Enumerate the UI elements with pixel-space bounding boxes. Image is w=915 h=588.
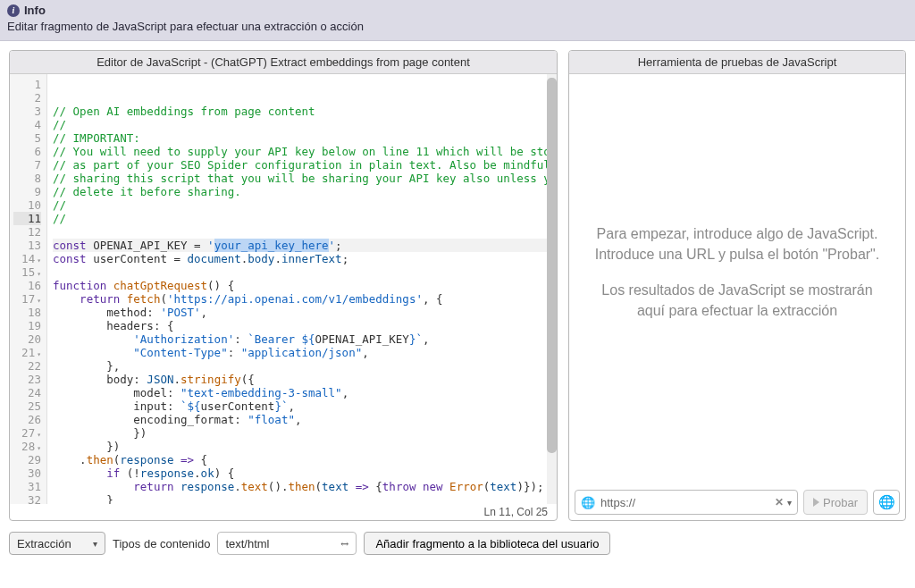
info-bar: i Info Editar fragmento de JavaScript pa… [0,0,915,41]
chevron-down-icon: ▾ [93,539,97,549]
code-area[interactable]: // Open AI embeddings from page content/… [47,74,557,504]
url-input-wrapper[interactable]: 🌐 ✕ ▾ [575,490,798,515]
tipos-label: Tipos de contenido [113,537,210,550]
info-description: Editar fragmento de JavaScript para efec… [7,20,908,33]
tester-placeholder: Para empezar, introduce algo de JavaScri… [569,74,905,484]
tester-placeholder-line3: Los resultados de JavaScript se mostrará… [601,282,872,298]
editor-body[interactable]: 1234567891011121314151617181920212223242… [10,74,557,504]
globe-icon: 🌐 [581,496,595,509]
extraccion-label: Extracción [17,537,71,550]
bottom-bar: Extracción ▾ Tipos de contenido text/htm… [0,526,915,562]
scrollbar-vertical[interactable] [547,74,557,504]
info-icon: i [7,4,20,17]
scrollbar-thumb[interactable] [547,78,557,453]
tester-header: Herramienta de pruebas de JavaScript [569,51,905,74]
tester-placeholder-line2: Introduce una URL y pulsa el botón "Prob… [595,247,880,262]
editor-header: Editor de JavaScript - (ChatGPT) Extract… [10,51,557,74]
probar-button[interactable]: Probar [803,490,868,515]
add-snippet-button[interactable]: Añadir fragmento a la biblioteca del usu… [364,532,610,555]
tester-placeholder-line4: aquí para efectuar la extracción [637,303,837,318]
globe-grid-icon: 🌐 [878,494,895,510]
play-icon [813,498,819,507]
chevron-down-icon[interactable]: ▾ [787,498,792,508]
editor-status: Ln 11, Col 25 [10,504,557,520]
editor-panel: Editor de JavaScript - (ChatGPT) Extract… [9,50,558,521]
content-type-value: text/html [225,537,269,550]
clear-icon[interactable]: ✕ [775,496,784,508]
probar-label: Probar [823,496,858,509]
tester-placeholder-line1: Para empezar, introduce algo de JavaScri… [597,226,878,241]
tester-footer: 🌐 ✕ ▾ Probar 🌐 [569,484,905,520]
url-input[interactable] [600,496,771,509]
main-area: Editor de JavaScript - (ChatGPT) Extract… [0,41,915,526]
content-type-input[interactable]: text/html ⤢ [217,532,357,555]
expand-icon[interactable]: ⤢ [338,536,352,550]
browser-settings-button[interactable]: 🌐 [873,490,900,515]
info-title: Info [24,4,46,17]
editor-gutter[interactable]: 1234567891011121314151617181920212223242… [10,74,47,504]
info-title-row: i Info [7,4,908,17]
extraccion-dropdown[interactable]: Extracción ▾ [9,532,105,555]
tester-panel: Herramienta de pruebas de JavaScript Par… [568,50,906,521]
